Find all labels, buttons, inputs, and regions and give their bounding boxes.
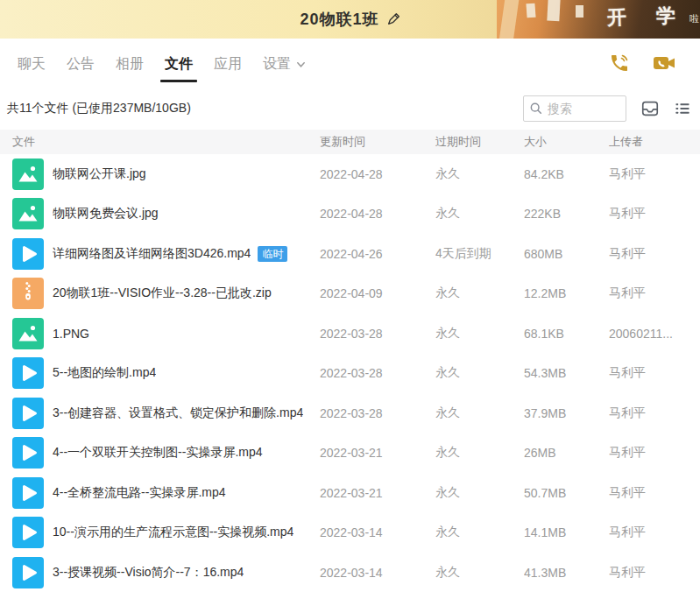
file-updated: 2022-04-26 [320,247,435,261]
table-row[interactable]: 4--全桥整流电路--实操录屏.mp4 2022-03-21 永久 50.7MB… [0,473,700,513]
file-cell: 20物联1班--VISIO作业--3.28--已批改.zip [0,278,320,309]
file-cell: 详细网络图及详细网络图3D426.mp4 临时 [0,238,320,270]
file-size: 26MB [524,446,609,460]
file-name: 4--一个双联开关控制图--实操录屏.mp4 [53,445,263,461]
file-expires: 永久 [435,525,524,540]
call-buttons [609,53,688,74]
file-size: 37.9MB [524,406,609,420]
file-uploader: 马利平 [609,565,700,581]
video-file-icon [12,238,44,270]
file-expires: 永久 [435,285,524,301]
file-size: 54.3MB [524,366,609,380]
search-box[interactable] [523,95,626,122]
file-name: 5--地图的绘制.mp4 [53,365,156,381]
file-expires: 永久 [435,445,524,461]
table-row[interactable]: 5--地图的绘制.mp4 2022-03-28 永久 54.3MB 马利平 [0,354,700,394]
file-toolbar: 共11个文件 (已使用237MB/10GB) [0,88,700,130]
zip-file-icon [12,278,44,309]
file-name: 物联网免费会议.jpg [53,206,159,222]
file-name: 20物联1班--VISIO作业--3.28--已批改.zip [53,285,272,301]
file-expires: 4天后到期 [435,246,524,262]
video-file-icon [12,357,44,389]
file-uploader: 马利平 [609,525,700,540]
column-header-file: 文件 [0,134,320,150]
file-updated: 2022-03-21 [320,486,435,500]
video-file-icon [12,517,44,548]
phone-call-icon[interactable] [609,53,630,74]
list-view-icon[interactable] [674,100,691,117]
edit-pencil-icon[interactable] [386,12,400,26]
column-header-uploader: 上传者 [609,134,700,150]
tab-announcements[interactable]: 公告 [56,43,105,84]
table-row[interactable]: 物联网公开课.jpg 2022-04-28 永久 84.2KB 马利平 [0,154,700,194]
file-cell: 3--授课视频--Visio简介--7：16.mp4 [0,557,320,588]
tab-chat[interactable]: 聊天 [7,43,56,84]
file-updated: 2022-03-28 [320,366,435,380]
video-call-icon[interactable] [653,53,675,73]
tab-settings[interactable]: 设置 [252,43,316,84]
file-count-summary: 共11个文件 (已使用237MB/10GB) [7,101,191,116]
file-name: 4--全桥整流电路--实操录屏.mp4 [53,485,226,501]
file-name: 3--授课视频--Visio简介--7：16.mp4 [53,565,244,581]
photo-poster [576,5,583,18]
table-row[interactable]: 3--创建容器、设置格式、锁定保护和删除.mp4 2022-03-28 永久 3… [0,393,700,433]
table-row[interactable]: 详细网络图及详细网络图3D426.mp4 临时 2022-04-26 4天后到期… [0,234,700,274]
table-row[interactable]: 4--一个双联开关控制图--实操录屏.mp4 2022-03-21 永久 26M… [0,433,700,474]
file-size: 680MB [524,247,609,261]
tab-label: 公告 [67,55,95,74]
file-cell: 1.PNG [0,318,320,349]
file-name: 详细网络图及详细网络图3D426.mp4 [53,246,251,262]
chalkboard-text: 开 学 [606,2,688,31]
file-size: 41.3MB [524,566,609,580]
file-name: 10--演示用的生产流程示意图--实操视频.mp4 [53,525,293,540]
file-uploader: 20060211... [609,327,700,341]
file-name: 物联网公开课.jpg [53,166,146,182]
table-row[interactable]: 3--授课视频--Visio简介--7：16.mp4 2022-03-14 永久… [0,553,700,593]
file-uploader: 马利平 [609,285,700,301]
file-uploader: 马利平 [609,206,700,222]
file-cell: 5--地图的绘制.mp4 [0,357,320,389]
file-cell: 物联网公开课.jpg [0,159,320,190]
tab-label: 设置 [263,55,291,74]
table-row[interactable]: 1.PNG 2022-03-28 永久 68.1KB 20060211... [0,314,700,354]
video-file-icon [12,437,44,469]
image-file-icon [12,318,44,349]
file-cell: 10--演示用的生产流程示意图--实操视频.mp4 [0,517,320,548]
chevron-down-icon [296,60,306,69]
file-updated: 2022-03-14 [320,566,435,580]
column-header-updated: 更新时间 [320,134,435,150]
file-cell: 物联网免费会议.jpg [0,198,320,229]
file-updated: 2022-04-28 [320,167,435,181]
tab-label: 相册 [116,55,144,74]
file-uploader: 马利平 [609,405,700,421]
file-uploader: 马利平 [609,485,700,501]
video-file-icon [12,477,44,509]
tab-apps[interactable]: 应用 [203,43,252,84]
file-expires: 永久 [435,326,524,342]
banner-photo: 开 学 啦 [497,0,700,39]
image-file-icon [12,159,44,190]
file-expires: 永久 [435,365,524,381]
file-cell: 4--一个双联开关控制图--实操录屏.mp4 [0,437,320,469]
file-updated: 2022-03-14 [320,525,435,539]
file-expires: 永久 [435,166,524,182]
file-updated: 2022-04-28 [320,207,435,221]
file-uploader: 马利平 [609,166,700,182]
file-size: 84.2KB [524,167,609,181]
tab-album[interactable]: 相册 [105,43,154,84]
file-updated: 2022-03-28 [320,327,435,341]
chalkboard-text-small: 啦 [689,12,700,25]
tab-label: 聊天 [18,55,46,74]
tab-label: 文件 [165,55,193,74]
table-row[interactable]: 10--演示用的生产流程示意图--实操视频.mp4 2022-03-14 永久 … [0,513,700,553]
toolbar-right [523,95,691,122]
search-input[interactable] [548,102,618,116]
column-header-expires: 过期时间 [435,134,524,150]
table-row[interactable]: 物联网免费会议.jpg 2022-04-28 永久 222KB 马利平 [0,194,700,235]
video-file-icon [12,398,44,429]
file-inbox-icon[interactable] [640,99,660,118]
tab-files[interactable]: 文件 [154,43,203,84]
table-row[interactable]: 20物联1班--VISIO作业--3.28--已批改.zip 2022-04-0… [0,274,700,314]
search-icon [529,102,543,116]
column-header-size: 大小 [524,134,609,150]
